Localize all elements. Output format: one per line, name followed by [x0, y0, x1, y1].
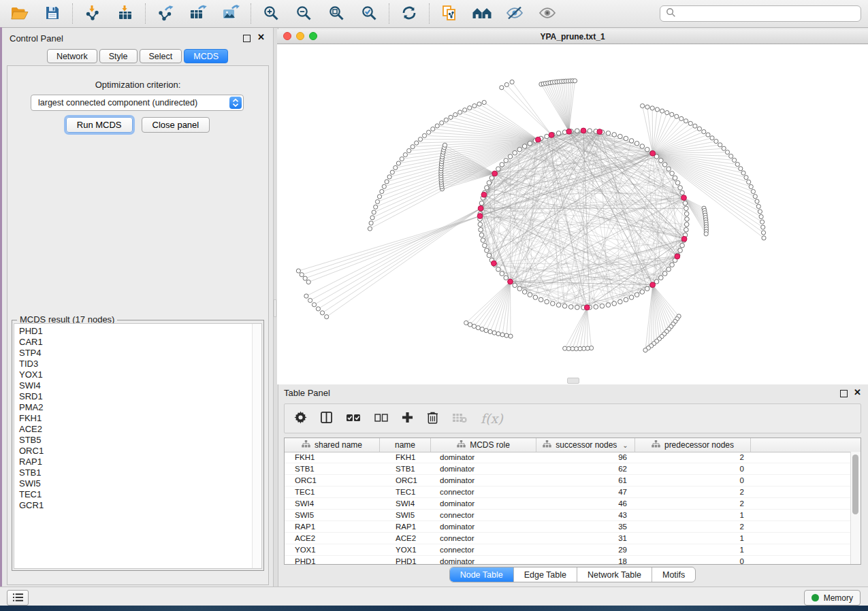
leaf-node[interactable]	[393, 165, 398, 169]
minimize-window-icon[interactable]	[296, 32, 304, 40]
node[interactable]	[666, 167, 671, 171]
leaf-node[interactable]	[372, 210, 376, 214]
node[interactable]	[500, 271, 504, 276]
leaf-node[interactable]	[374, 205, 378, 209]
float-table-panel-icon[interactable]	[840, 390, 848, 397]
table-row[interactable]: FKH1FKH1dominator962	[285, 452, 851, 463]
dominator-node[interactable]	[477, 214, 483, 219]
leaf-node[interactable]	[641, 104, 645, 108]
refresh-layout-button[interactable]	[398, 3, 420, 24]
leaf-node[interactable]	[368, 227, 372, 231]
node[interactable]	[517, 147, 522, 152]
leaf-node[interactable]	[725, 150, 729, 154]
leaf-node[interactable]	[385, 180, 389, 184]
leaf-node[interactable]	[714, 139, 718, 144]
table-row[interactable]: ACE2ACE2connector311	[285, 533, 851, 544]
leaf-node[interactable]	[377, 195, 381, 199]
list-item[interactable]: ACE2	[19, 424, 261, 435]
leaf-node[interactable]	[403, 152, 407, 156]
search-input[interactable]	[680, 8, 855, 19]
leaf-node[interactable]	[396, 161, 400, 165]
node[interactable]	[640, 144, 645, 149]
leaf-node[interactable]	[679, 116, 684, 120]
node[interactable]	[504, 159, 509, 163]
dominator-node[interactable]	[650, 151, 656, 156]
node[interactable]	[545, 299, 549, 304]
add-row-button[interactable]	[402, 412, 413, 425]
export-table-button[interactable]	[187, 3, 209, 24]
leaf-node[interactable]	[573, 79, 577, 83]
leaf-node[interactable]	[464, 320, 468, 325]
tab-network[interactable]: Network	[47, 49, 97, 63]
node[interactable]	[612, 133, 617, 137]
zoom-in-button[interactable]	[260, 3, 282, 24]
leaf-node[interactable]	[300, 273, 304, 277]
leaf-node[interactable]	[444, 118, 448, 122]
node[interactable]	[684, 206, 689, 211]
leaf-node[interactable]	[655, 108, 659, 112]
leaf-node[interactable]	[722, 146, 726, 150]
leaf-node[interactable]	[320, 311, 324, 315]
leaf-node[interactable]	[488, 329, 492, 333]
leaf-node[interactable]	[504, 82, 509, 86]
leaf-node[interactable]	[500, 86, 504, 90]
leaf-node[interactable]	[449, 115, 453, 119]
close-panel-button[interactable]: Close panel	[142, 117, 210, 133]
leaf-node[interactable]	[407, 148, 411, 152]
node[interactable]	[684, 222, 689, 227]
leaf-node[interactable]	[296, 269, 300, 273]
node[interactable]	[533, 295, 538, 300]
leaf-node[interactable]	[747, 180, 751, 184]
leaf-node[interactable]	[382, 184, 386, 188]
leaf-node[interactable]	[482, 100, 486, 104]
run-mcds-button[interactable]: Run MCDS	[66, 117, 133, 133]
list-item[interactable]: TEC1	[19, 489, 261, 500]
node[interactable]	[483, 243, 487, 248]
dominator-node[interactable]	[536, 137, 541, 142]
leaf-node[interactable]	[443, 143, 447, 147]
dominator-node[interactable]	[492, 171, 498, 176]
node[interactable]	[551, 301, 556, 306]
node[interactable]	[675, 180, 680, 185]
leaf-node[interactable]	[729, 154, 733, 158]
dominator-node[interactable]	[681, 236, 687, 242]
node[interactable]	[496, 167, 501, 171]
dominator-node[interactable]	[549, 133, 554, 138]
horizontal-splitter-grip[interactable]	[567, 378, 579, 384]
network-window-titlebar[interactable]: YPA_prune.txt_1	[277, 29, 868, 44]
zoom-out-button[interactable]	[293, 3, 315, 24]
dominator-node[interactable]	[492, 261, 497, 266]
show-all-button[interactable]	[536, 3, 558, 24]
list-item[interactable]: PMA2	[19, 402, 261, 413]
dominator-node[interactable]	[681, 195, 687, 201]
memory-button[interactable]: Memory	[804, 590, 861, 606]
import-table-button[interactable]	[114, 3, 136, 24]
list-item[interactable]: STP4	[19, 348, 261, 359]
mcds-result-scrollbar[interactable]	[252, 324, 261, 568]
delete-row-button[interactable]	[427, 411, 438, 426]
list-item[interactable]: GCR1	[19, 500, 261, 511]
table-row[interactable]: TEC1TEC1connector472	[285, 486, 851, 498]
optimization-criterion-select[interactable]: largest connected component (undirected)	[31, 95, 244, 111]
node[interactable]	[562, 304, 567, 309]
node[interactable]	[539, 297, 543, 302]
tab-motifs[interactable]: Motifs	[652, 567, 695, 582]
tab-network-table[interactable]: Network Table	[577, 567, 652, 582]
leaf-node[interactable]	[761, 231, 765, 235]
node[interactable]	[606, 303, 611, 308]
export-network-button[interactable]	[155, 3, 176, 24]
leaf-node[interactable]	[422, 133, 426, 137]
node[interactable]	[634, 293, 639, 297]
leaf-node[interactable]	[427, 130, 431, 134]
mcds-result-list[interactable]: PHD1CAR1STP4TID3YOX1SWI4SRD1PMA2FKH1ACE2…	[14, 323, 262, 569]
table-scrollbar-thumb[interactable]	[852, 455, 858, 514]
leaf-node[interactable]	[762, 236, 766, 240]
network-graph[interactable]	[277, 44, 868, 384]
node[interactable]	[618, 299, 623, 304]
table-row[interactable]: SWI4SWI4dominator462	[285, 498, 851, 510]
list-item[interactable]: SWI5	[19, 478, 261, 489]
node[interactable]	[508, 154, 513, 159]
node[interactable]	[683, 201, 688, 205]
leaf-node[interactable]	[684, 119, 688, 123]
table-row[interactable]: STB1STB1dominator620	[285, 463, 851, 475]
